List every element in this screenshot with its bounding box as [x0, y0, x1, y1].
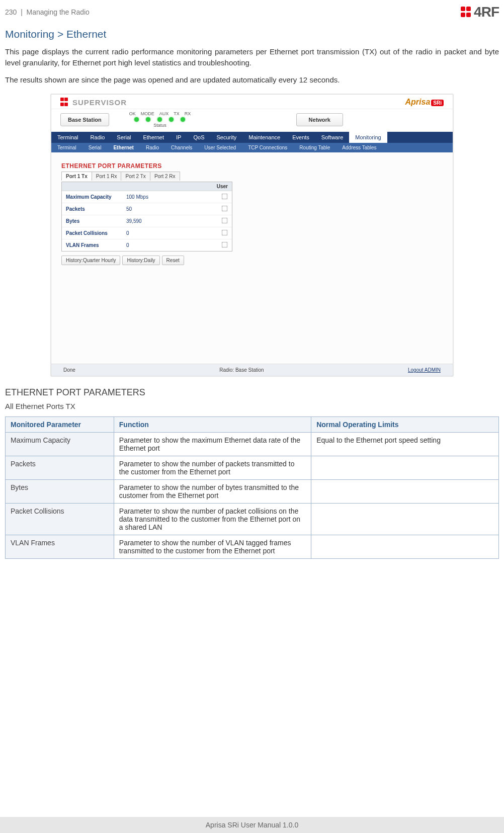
supervisor-screenshot: SUPERVISOR AprisaSRi Base Station OK MOD… — [51, 94, 453, 376]
section-heading: ETHERNET PORT PARAMETERS — [5, 387, 499, 398]
main-menu: Terminal Radio Serial Ethernet IP QoS Se… — [51, 132, 453, 143]
menu-events[interactable]: Events — [286, 132, 315, 143]
parameter-table: User Maximum Capacity 100 Mbps Packets 5… — [61, 182, 232, 252]
tab-port1tx[interactable]: Port 1 Tx — [61, 172, 92, 181]
supervisor-brand: SUPERVISOR — [60, 98, 127, 107]
submenu-serial[interactable]: Serial — [82, 143, 108, 152]
section-subheading: All Ethernet Ports TX — [5, 402, 499, 410]
base-station-button[interactable]: Base Station — [60, 113, 109, 126]
aprisa-logo: AprisaSRi — [405, 98, 444, 107]
status-leds: OK MODE AUX TX RX Status — [129, 111, 191, 128]
port-tabs: Port 1 Tx Port 1 Rx Port 2 Tx Port 2 Rx — [61, 172, 443, 181]
status-done: Done — [63, 367, 75, 373]
intro-paragraph-2: The results shown are since the page was… — [5, 74, 499, 86]
logout-link[interactable]: Logout ADMIN — [408, 367, 441, 373]
menu-ethernet[interactable]: Ethernet — [137, 132, 170, 143]
submenu-user-selected[interactable]: User Selected — [198, 143, 242, 152]
history-daily-button[interactable]: History:Daily — [122, 256, 159, 265]
led-tx-icon — [169, 117, 174, 122]
menu-terminal[interactable]: Terminal — [51, 132, 85, 143]
user-checkbox[interactable] — [222, 242, 228, 248]
tab-port2rx[interactable]: Port 2 Rx — [150, 172, 180, 181]
col-header-user: User — [62, 182, 232, 191]
panel-title: ETHERNET PORT PARAMETERS — [61, 162, 443, 170]
tab-port1rx[interactable]: Port 1 Rx — [92, 172, 122, 181]
submenu-radio[interactable]: Radio — [140, 143, 165, 152]
led-ok-icon — [134, 117, 139, 122]
intro-paragraph-1: This page displays the current radio per… — [5, 46, 499, 68]
user-checkbox[interactable] — [222, 194, 228, 200]
menu-qos[interactable]: QoS — [187, 132, 210, 143]
network-button[interactable]: Network — [296, 113, 343, 126]
reference-table: Monitored Parameter Function Normal Oper… — [5, 416, 499, 559]
brand-logo: 4RF — [461, 4, 499, 20]
table-row: Packets Parameter to show the number of … — [6, 456, 499, 480]
page-number: 230 — [5, 8, 17, 16]
submenu-terminal[interactable]: Terminal — [51, 143, 82, 152]
logo-dots-icon — [461, 7, 472, 18]
led-rx-icon — [181, 117, 185, 122]
header-sep: | — [21, 8, 23, 16]
tab-port2tx[interactable]: Port 2 Tx — [121, 172, 150, 181]
menu-software[interactable]: Software — [315, 132, 349, 143]
led-aux-icon — [157, 117, 162, 122]
logo-dots-icon — [60, 98, 69, 107]
table-row: Maximum Capacity Parameter to show the m… — [6, 433, 499, 456]
menu-serial[interactable]: Serial — [111, 132, 137, 143]
th-parameter: Monitored Parameter — [6, 417, 114, 433]
table-row: Packet Collisions Parameter to show the … — [6, 504, 499, 535]
page-header: 230 | Managing the Radio 4RF — [0, 0, 504, 20]
submenu-ethernet[interactable]: Ethernet — [107, 143, 140, 152]
table-row: Maximum Capacity 100 Mbps — [62, 191, 232, 203]
table-row: Packet Collisions 0 — [62, 227, 232, 239]
header-section: Managing the Radio — [27, 8, 90, 16]
user-checkbox[interactable] — [222, 206, 228, 212]
menu-security[interactable]: Security — [210, 132, 242, 143]
menu-monitoring[interactable]: Monitoring — [349, 132, 387, 143]
submenu-tcp-connections[interactable]: TCP Connections — [242, 143, 293, 152]
th-limits: Normal Operating Limits — [311, 417, 499, 433]
submenu-channels[interactable]: Channels — [165, 143, 198, 152]
brand-text: 4RF — [474, 4, 499, 20]
menu-maintenance[interactable]: Maintenance — [242, 132, 286, 143]
status-radio: Radio: Base Station — [219, 367, 264, 373]
table-row: Bytes 39,590 — [62, 215, 232, 227]
user-checkbox[interactable] — [222, 218, 228, 224]
table-row: Bytes Parameter to show the number of by… — [6, 480, 499, 504]
menu-radio[interactable]: Radio — [85, 132, 111, 143]
sub-menu: Terminal Serial Ethernet Radio Channels … — [51, 143, 453, 152]
led-mode-icon — [146, 117, 150, 122]
supervisor-label: SUPERVISOR — [72, 98, 127, 107]
submenu-address-tables[interactable]: Address Tables — [336, 143, 382, 152]
table-row: Packets 50 — [62, 203, 232, 215]
header-left: 230 | Managing the Radio — [5, 8, 90, 16]
page-footer: Aprisa SRi User Manual 1.0.0 — [0, 817, 504, 833]
user-checkbox[interactable] — [222, 230, 228, 236]
table-row: VLAN Frames Parameter to show the number… — [6, 535, 499, 559]
reset-button[interactable]: Reset — [162, 256, 184, 265]
menu-ip[interactable]: IP — [170, 132, 187, 143]
table-row: VLAN Frames 0 — [62, 239, 232, 251]
page-title: Monitoring > Ethernet — [5, 28, 499, 40]
th-function: Function — [114, 417, 311, 433]
submenu-routing-table[interactable]: Routing Table — [293, 143, 336, 152]
history-quarter-hourly-button[interactable]: History:Quarter Hourly — [61, 256, 120, 265]
